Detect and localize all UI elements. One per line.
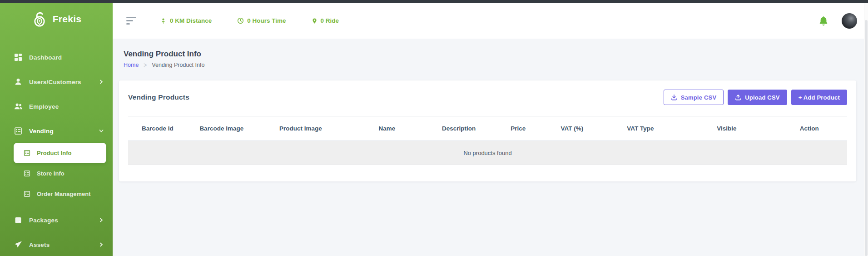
stat-label: 0 Ride: [321, 17, 339, 24]
column-header: Barcode Id: [128, 116, 189, 141]
package-icon: [14, 216, 23, 224]
page-title: Vending Product Info: [124, 50, 856, 59]
column-header: Action: [772, 116, 847, 141]
breadcrumb: Home > Vending Product Info: [124, 62, 856, 68]
app-window: Frekis Dashboard U: [0, 0, 868, 256]
sidebar-item-employee[interactable]: Employee: [0, 94, 113, 119]
sidebar-item-dashboard[interactable]: Dashboard: [0, 45, 113, 70]
sidebar-subitem-product-info[interactable]: Product Info: [14, 143, 106, 163]
sidebar-item-label: Packages: [29, 217, 58, 224]
stat-ride[interactable]: 0 Ride: [312, 17, 339, 25]
column-header: Description: [427, 116, 491, 141]
topbar: 0 KM Distance 0 Hours Time: [113, 3, 868, 39]
sidebar-item-label: Users/Customers: [29, 79, 81, 85]
vending-machine-icon: [14, 127, 23, 135]
people-icon: [14, 102, 23, 110]
download-icon: [671, 94, 677, 100]
button-label: + Add Product: [799, 94, 840, 101]
clock-icon: [237, 17, 244, 24]
breadcrumb-current: Vending Product Info: [152, 62, 204, 68]
card-header: Vending Products Sample CSV: [128, 90, 847, 105]
empty-row: No products found: [128, 141, 847, 165]
upload-icon: [735, 94, 741, 100]
card-title: Vending Products: [128, 93, 189, 101]
button-label: Upload CSV: [745, 94, 779, 101]
card-actions: Sample CSV Upload CSV + Add Product: [664, 90, 847, 105]
chevron-right-icon: [99, 80, 104, 84]
sidebar-subitem-label: Store Info: [37, 170, 64, 177]
send-icon: [14, 241, 23, 249]
column-header: Product Image: [254, 116, 347, 141]
topbar-stats: 0 KM Distance 0 Hours Time: [160, 17, 364, 25]
add-product-button[interactable]: + Add Product: [791, 90, 847, 105]
building-icon: [24, 150, 30, 156]
sidebar-subitem-order-management[interactable]: Order Management: [14, 184, 106, 204]
brand-name: Frekis: [53, 14, 82, 25]
dashboard-grid-icon: [14, 53, 23, 61]
building-icon: [24, 191, 30, 197]
chevron-right-icon: [99, 218, 104, 222]
frekis-lock-pin-icon: [31, 11, 48, 27]
sidebar-item-vending[interactable]: Vending: [0, 119, 113, 143]
brand-logo[interactable]: Frekis: [0, 3, 113, 35]
sidebar-subitem-label: Order Management: [37, 191, 90, 197]
building-icon: [24, 170, 30, 177]
chevron-right-icon: [99, 242, 104, 247]
vending-submenu: Product Info Store Info: [14, 143, 106, 204]
column-header: Visible: [682, 116, 772, 141]
user-avatar[interactable]: [842, 13, 857, 29]
breadcrumb-home-link[interactable]: Home: [124, 62, 139, 68]
sample-csv-button[interactable]: Sample CSV: [664, 90, 724, 105]
products-table: Barcode Id Barcode Image Product Image N…: [128, 116, 847, 165]
topbar-right: [818, 13, 857, 29]
page-scrollbar[interactable]: [864, 3, 868, 256]
sidebar-subitem-store-info[interactable]: Store Info: [14, 163, 106, 184]
sidebar: Frekis Dashboard U: [0, 3, 113, 256]
breadcrumb-separator-icon: >: [144, 61, 147, 69]
button-label: Sample CSV: [681, 94, 717, 101]
sidebar-item-label: Vending: [29, 128, 54, 135]
column-header: Name: [347, 116, 427, 141]
stat-label: 0 KM Distance: [170, 17, 212, 24]
map-pin-icon: [312, 17, 317, 25]
sidebar-item-label: Employee: [29, 103, 59, 110]
sidebar-item-label: Dashboard: [29, 54, 62, 61]
sidebar-subitem-label: Product Info: [37, 150, 72, 156]
sidebar-nav: Dashboard Users/Customers: [0, 35, 113, 256]
sidebar-item-assets[interactable]: Assets: [0, 232, 113, 256]
upload-csv-button[interactable]: Upload CSV: [728, 90, 787, 105]
products-table-header: Barcode Id Barcode Image Product Image N…: [128, 116, 847, 141]
column-header: Price: [491, 116, 545, 141]
stat-label: 0 Hours Time: [247, 17, 286, 24]
empty-message: No products found: [128, 141, 847, 165]
scrollbar-thumb[interactable]: [865, 20, 868, 256]
vending-products-card: Vending Products Sample CSV: [119, 80, 856, 181]
user-icon: [14, 78, 23, 86]
column-header: VAT Type: [599, 116, 682, 141]
chevron-down-icon: [99, 129, 104, 133]
window-top-strip: [0, 0, 868, 3]
menu-toggle-button[interactable]: [126, 17, 137, 25]
notifications-bell-icon[interactable]: [818, 15, 829, 27]
column-header: VAT (%): [545, 116, 599, 141]
column-header: Barcode Image: [189, 116, 254, 141]
sidebar-item-users-customers[interactable]: Users/Customers: [0, 70, 113, 94]
person-pin-icon: [160, 17, 167, 25]
sidebar-item-label: Assets: [29, 241, 50, 248]
main-content: Vending Product Info Home > Vending Prod…: [113, 39, 868, 256]
stat-km-distance[interactable]: 0 KM Distance: [160, 17, 212, 25]
stat-hours-time[interactable]: 0 Hours Time: [237, 17, 286, 24]
sidebar-item-packages[interactable]: Packages: [0, 208, 113, 232]
